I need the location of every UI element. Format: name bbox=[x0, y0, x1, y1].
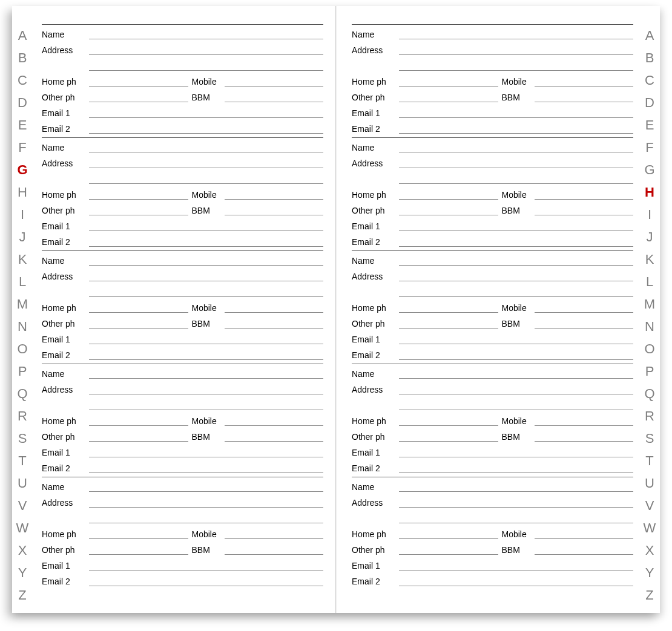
index-letter-b[interactable]: B bbox=[639, 47, 660, 69]
index-letter-s[interactable]: S bbox=[12, 428, 33, 450]
field-mobile[interactable] bbox=[535, 414, 634, 426]
field-address-1[interactable] bbox=[89, 270, 323, 281]
index-letter-r[interactable]: R bbox=[12, 405, 33, 428]
field-address-1[interactable] bbox=[89, 496, 323, 508]
field-address-2[interactable] bbox=[399, 172, 633, 184]
field-email2[interactable] bbox=[89, 348, 323, 360]
index-letter-w[interactable]: W bbox=[12, 517, 33, 540]
index-letter-p[interactable]: P bbox=[12, 360, 33, 382]
field-email1[interactable] bbox=[89, 559, 323, 571]
index-letter-x[interactable]: X bbox=[12, 540, 33, 562]
index-letter-v[interactable]: V bbox=[12, 495, 33, 517]
field-other-ph[interactable] bbox=[399, 91, 498, 102]
index-letter-s[interactable]: S bbox=[639, 428, 660, 450]
field-bbm[interactable] bbox=[535, 91, 634, 102]
index-letter-m[interactable]: M bbox=[12, 293, 33, 315]
index-letter-c[interactable]: C bbox=[12, 69, 33, 91]
field-name[interactable] bbox=[89, 367, 323, 379]
index-letter-n[interactable]: N bbox=[12, 315, 33, 338]
field-name[interactable] bbox=[89, 480, 323, 492]
field-email1[interactable] bbox=[89, 106, 323, 118]
index-letter-t[interactable]: T bbox=[639, 450, 660, 472]
field-other-ph[interactable] bbox=[89, 204, 188, 215]
index-letter-b[interactable]: B bbox=[12, 47, 33, 69]
index-letter-o[interactable]: O bbox=[639, 338, 660, 360]
index-letter-x[interactable]: X bbox=[639, 540, 660, 562]
field-name[interactable] bbox=[399, 254, 633, 266]
field-mobile[interactable] bbox=[225, 301, 324, 313]
index-letter-w[interactable]: W bbox=[639, 517, 660, 540]
index-letter-e[interactable]: E bbox=[12, 114, 33, 136]
index-letter-r[interactable]: R bbox=[639, 405, 660, 428]
field-address-1[interactable] bbox=[399, 383, 633, 394]
field-home-ph[interactable] bbox=[89, 414, 188, 426]
field-address-1[interactable] bbox=[399, 496, 633, 508]
index-letter-m[interactable]: M bbox=[639, 293, 660, 315]
field-email2[interactable] bbox=[399, 122, 633, 134]
field-mobile[interactable] bbox=[535, 528, 634, 539]
field-other-ph[interactable] bbox=[399, 204, 498, 215]
field-home-ph[interactable] bbox=[89, 75, 188, 87]
index-letter-j[interactable]: J bbox=[12, 226, 33, 248]
field-bbm[interactable] bbox=[225, 430, 324, 442]
index-letter-h[interactable]: H bbox=[639, 181, 660, 203]
index-letter-d[interactable]: D bbox=[639, 91, 660, 114]
field-address-2[interactable] bbox=[89, 59, 323, 71]
field-address-1[interactable] bbox=[89, 157, 323, 168]
field-address-2[interactable] bbox=[399, 512, 633, 523]
field-mobile[interactable] bbox=[535, 301, 634, 313]
field-name[interactable] bbox=[399, 367, 633, 379]
index-letter-y[interactable]: Y bbox=[12, 562, 33, 584]
field-address-2[interactable] bbox=[89, 286, 323, 297]
index-letter-u[interactable]: U bbox=[639, 472, 660, 495]
field-other-ph[interactable] bbox=[399, 430, 498, 442]
field-bbm[interactable] bbox=[225, 317, 324, 329]
field-email2[interactable] bbox=[399, 575, 633, 586]
index-letter-k[interactable]: K bbox=[639, 248, 660, 270]
index-letter-q[interactable]: Q bbox=[639, 383, 660, 405]
index-letter-f[interactable]: F bbox=[639, 136, 660, 159]
index-letter-v[interactable]: V bbox=[639, 495, 660, 517]
field-mobile[interactable] bbox=[225, 188, 324, 200]
index-letter-u[interactable]: U bbox=[12, 472, 33, 495]
field-address-1[interactable] bbox=[399, 157, 633, 168]
field-home-ph[interactable] bbox=[399, 301, 498, 313]
index-letter-o[interactable]: O bbox=[12, 338, 33, 360]
field-name[interactable] bbox=[399, 480, 633, 492]
index-letter-e[interactable]: E bbox=[639, 114, 660, 136]
index-letter-l[interactable]: L bbox=[639, 270, 660, 293]
index-letter-a[interactable]: A bbox=[12, 24, 33, 47]
field-address-2[interactable] bbox=[399, 286, 633, 297]
index-letter-p[interactable]: P bbox=[639, 360, 660, 382]
field-name[interactable] bbox=[89, 28, 323, 39]
field-email2[interactable] bbox=[399, 235, 633, 247]
field-other-ph[interactable] bbox=[399, 543, 498, 555]
field-other-ph[interactable] bbox=[399, 317, 498, 329]
field-email1[interactable] bbox=[399, 446, 633, 457]
field-mobile[interactable] bbox=[225, 528, 324, 539]
index-letter-k[interactable]: K bbox=[12, 248, 33, 270]
field-mobile[interactable] bbox=[225, 75, 324, 87]
field-mobile[interactable] bbox=[535, 188, 634, 200]
index-letter-g[interactable]: G bbox=[12, 159, 33, 181]
field-name[interactable] bbox=[89, 141, 323, 152]
index-letter-f[interactable]: F bbox=[12, 136, 33, 159]
field-email2[interactable] bbox=[399, 348, 633, 360]
field-email2[interactable] bbox=[399, 462, 633, 473]
field-home-ph[interactable] bbox=[89, 188, 188, 200]
field-address-2[interactable] bbox=[399, 399, 633, 410]
field-address-2[interactable] bbox=[89, 172, 323, 184]
field-mobile[interactable] bbox=[535, 75, 634, 87]
field-other-ph[interactable] bbox=[89, 430, 188, 442]
index-letter-i[interactable]: I bbox=[639, 203, 660, 226]
field-email2[interactable] bbox=[89, 235, 323, 247]
index-letter-j[interactable]: J bbox=[639, 226, 660, 248]
field-home-ph[interactable] bbox=[399, 528, 498, 539]
field-email2[interactable] bbox=[89, 575, 323, 586]
field-email1[interactable] bbox=[399, 333, 633, 344]
field-name[interactable] bbox=[89, 254, 323, 266]
field-bbm[interactable] bbox=[225, 204, 324, 215]
field-bbm[interactable] bbox=[535, 430, 634, 442]
field-email1[interactable] bbox=[89, 333, 323, 344]
index-letter-g[interactable]: G bbox=[639, 159, 660, 181]
